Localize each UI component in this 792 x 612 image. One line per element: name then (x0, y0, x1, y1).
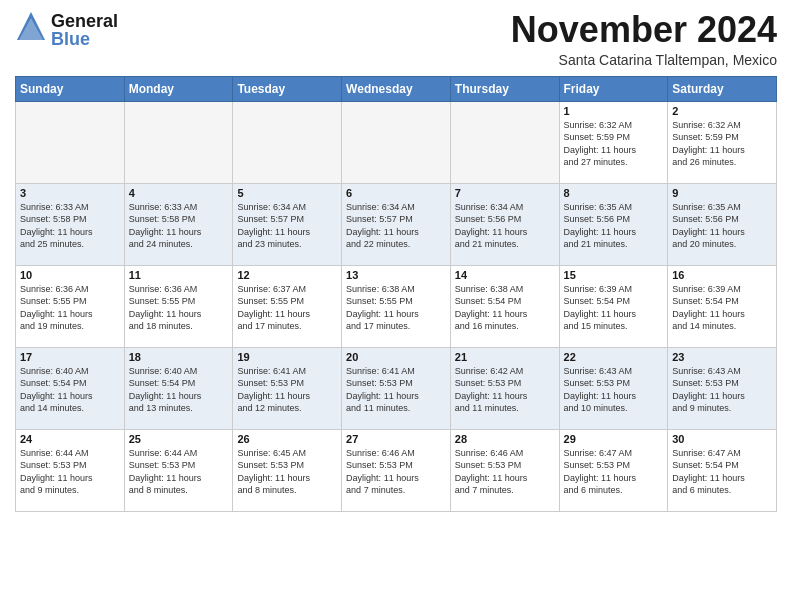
day-number: 6 (346, 187, 446, 199)
table-cell: 9Sunrise: 6:35 AM Sunset: 5:56 PM Daylig… (668, 183, 777, 265)
day-info: Sunrise: 6:36 AM Sunset: 5:55 PM Dayligh… (129, 283, 229, 333)
day-info: Sunrise: 6:32 AM Sunset: 5:59 PM Dayligh… (672, 119, 772, 169)
day-number: 19 (237, 351, 337, 363)
col-saturday: Saturday (668, 76, 777, 101)
header: General Blue November 2024 Santa Catarin… (15, 10, 777, 68)
day-info: Sunrise: 6:41 AM Sunset: 5:53 PM Dayligh… (346, 365, 446, 415)
day-info: Sunrise: 6:44 AM Sunset: 5:53 PM Dayligh… (20, 447, 120, 497)
day-number: 11 (129, 269, 229, 281)
day-info: Sunrise: 6:47 AM Sunset: 5:54 PM Dayligh… (672, 447, 772, 497)
day-info: Sunrise: 6:40 AM Sunset: 5:54 PM Dayligh… (129, 365, 229, 415)
table-cell: 18Sunrise: 6:40 AM Sunset: 5:54 PM Dayli… (124, 347, 233, 429)
table-cell: 27Sunrise: 6:46 AM Sunset: 5:53 PM Dayli… (342, 429, 451, 511)
day-number: 21 (455, 351, 555, 363)
day-number: 22 (564, 351, 664, 363)
day-number: 15 (564, 269, 664, 281)
day-number: 24 (20, 433, 120, 445)
table-cell (450, 101, 559, 183)
day-info: Sunrise: 6:41 AM Sunset: 5:53 PM Dayligh… (237, 365, 337, 415)
table-cell: 1Sunrise: 6:32 AM Sunset: 5:59 PM Daylig… (559, 101, 668, 183)
day-info: Sunrise: 6:47 AM Sunset: 5:53 PM Dayligh… (564, 447, 664, 497)
day-number: 8 (564, 187, 664, 199)
table-cell: 26Sunrise: 6:45 AM Sunset: 5:53 PM Dayli… (233, 429, 342, 511)
table-cell: 4Sunrise: 6:33 AM Sunset: 5:58 PM Daylig… (124, 183, 233, 265)
day-info: Sunrise: 6:44 AM Sunset: 5:53 PM Dayligh… (129, 447, 229, 497)
day-number: 23 (672, 351, 772, 363)
logo: General Blue (15, 10, 118, 50)
week-row-2: 3Sunrise: 6:33 AM Sunset: 5:58 PM Daylig… (16, 183, 777, 265)
day-info: Sunrise: 6:40 AM Sunset: 5:54 PM Dayligh… (20, 365, 120, 415)
table-cell: 17Sunrise: 6:40 AM Sunset: 5:54 PM Dayli… (16, 347, 125, 429)
day-number: 4 (129, 187, 229, 199)
day-number: 9 (672, 187, 772, 199)
day-info: Sunrise: 6:34 AM Sunset: 5:56 PM Dayligh… (455, 201, 555, 251)
day-number: 16 (672, 269, 772, 281)
week-row-1: 1Sunrise: 6:32 AM Sunset: 5:59 PM Daylig… (16, 101, 777, 183)
week-row-4: 17Sunrise: 6:40 AM Sunset: 5:54 PM Dayli… (16, 347, 777, 429)
day-number: 26 (237, 433, 337, 445)
table-cell: 3Sunrise: 6:33 AM Sunset: 5:58 PM Daylig… (16, 183, 125, 265)
logo-text: General Blue (51, 12, 118, 48)
day-info: Sunrise: 6:34 AM Sunset: 5:57 PM Dayligh… (346, 201, 446, 251)
table-cell: 19Sunrise: 6:41 AM Sunset: 5:53 PM Dayli… (233, 347, 342, 429)
page: General Blue November 2024 Santa Catarin… (0, 0, 792, 612)
table-cell: 11Sunrise: 6:36 AM Sunset: 5:55 PM Dayli… (124, 265, 233, 347)
table-cell: 5Sunrise: 6:34 AM Sunset: 5:57 PM Daylig… (233, 183, 342, 265)
calendar-header-row: Sunday Monday Tuesday Wednesday Thursday… (16, 76, 777, 101)
day-info: Sunrise: 6:43 AM Sunset: 5:53 PM Dayligh… (672, 365, 772, 415)
table-cell: 23Sunrise: 6:43 AM Sunset: 5:53 PM Dayli… (668, 347, 777, 429)
table-cell (233, 101, 342, 183)
day-info: Sunrise: 6:33 AM Sunset: 5:58 PM Dayligh… (20, 201, 120, 251)
table-cell: 7Sunrise: 6:34 AM Sunset: 5:56 PM Daylig… (450, 183, 559, 265)
table-cell: 20Sunrise: 6:41 AM Sunset: 5:53 PM Dayli… (342, 347, 451, 429)
table-cell: 2Sunrise: 6:32 AM Sunset: 5:59 PM Daylig… (668, 101, 777, 183)
location: Santa Catarina Tlaltempan, Mexico (511, 52, 777, 68)
table-cell: 25Sunrise: 6:44 AM Sunset: 5:53 PM Dayli… (124, 429, 233, 511)
col-sunday: Sunday (16, 76, 125, 101)
day-info: Sunrise: 6:45 AM Sunset: 5:53 PM Dayligh… (237, 447, 337, 497)
day-number: 12 (237, 269, 337, 281)
day-number: 18 (129, 351, 229, 363)
title-area: November 2024 Santa Catarina Tlaltempan,… (511, 10, 777, 68)
col-wednesday: Wednesday (342, 76, 451, 101)
col-monday: Monday (124, 76, 233, 101)
month-title: November 2024 (511, 10, 777, 50)
day-info: Sunrise: 6:32 AM Sunset: 5:59 PM Dayligh… (564, 119, 664, 169)
day-number: 30 (672, 433, 772, 445)
day-number: 20 (346, 351, 446, 363)
col-tuesday: Tuesday (233, 76, 342, 101)
day-number: 13 (346, 269, 446, 281)
day-info: Sunrise: 6:38 AM Sunset: 5:55 PM Dayligh… (346, 283, 446, 333)
table-cell: 15Sunrise: 6:39 AM Sunset: 5:54 PM Dayli… (559, 265, 668, 347)
week-row-3: 10Sunrise: 6:36 AM Sunset: 5:55 PM Dayli… (16, 265, 777, 347)
day-info: Sunrise: 6:46 AM Sunset: 5:53 PM Dayligh… (455, 447, 555, 497)
day-info: Sunrise: 6:46 AM Sunset: 5:53 PM Dayligh… (346, 447, 446, 497)
day-info: Sunrise: 6:36 AM Sunset: 5:55 PM Dayligh… (20, 283, 120, 333)
day-number: 25 (129, 433, 229, 445)
day-info: Sunrise: 6:39 AM Sunset: 5:54 PM Dayligh… (672, 283, 772, 333)
day-number: 7 (455, 187, 555, 199)
table-cell: 30Sunrise: 6:47 AM Sunset: 5:54 PM Dayli… (668, 429, 777, 511)
table-cell: 28Sunrise: 6:46 AM Sunset: 5:53 PM Dayli… (450, 429, 559, 511)
table-cell: 8Sunrise: 6:35 AM Sunset: 5:56 PM Daylig… (559, 183, 668, 265)
table-cell (124, 101, 233, 183)
table-cell: 10Sunrise: 6:36 AM Sunset: 5:55 PM Dayli… (16, 265, 125, 347)
day-info: Sunrise: 6:35 AM Sunset: 5:56 PM Dayligh… (672, 201, 772, 251)
day-info: Sunrise: 6:43 AM Sunset: 5:53 PM Dayligh… (564, 365, 664, 415)
day-info: Sunrise: 6:38 AM Sunset: 5:54 PM Dayligh… (455, 283, 555, 333)
day-number: 14 (455, 269, 555, 281)
table-cell (16, 101, 125, 183)
day-info: Sunrise: 6:37 AM Sunset: 5:55 PM Dayligh… (237, 283, 337, 333)
table-cell: 13Sunrise: 6:38 AM Sunset: 5:55 PM Dayli… (342, 265, 451, 347)
calendar: Sunday Monday Tuesday Wednesday Thursday… (15, 76, 777, 512)
col-friday: Friday (559, 76, 668, 101)
day-info: Sunrise: 6:34 AM Sunset: 5:57 PM Dayligh… (237, 201, 337, 251)
table-cell: 6Sunrise: 6:34 AM Sunset: 5:57 PM Daylig… (342, 183, 451, 265)
day-info: Sunrise: 6:35 AM Sunset: 5:56 PM Dayligh… (564, 201, 664, 251)
table-cell: 24Sunrise: 6:44 AM Sunset: 5:53 PM Dayli… (16, 429, 125, 511)
day-info: Sunrise: 6:33 AM Sunset: 5:58 PM Dayligh… (129, 201, 229, 251)
day-number: 5 (237, 187, 337, 199)
week-row-5: 24Sunrise: 6:44 AM Sunset: 5:53 PM Dayli… (16, 429, 777, 511)
day-info: Sunrise: 6:42 AM Sunset: 5:53 PM Dayligh… (455, 365, 555, 415)
day-number: 28 (455, 433, 555, 445)
